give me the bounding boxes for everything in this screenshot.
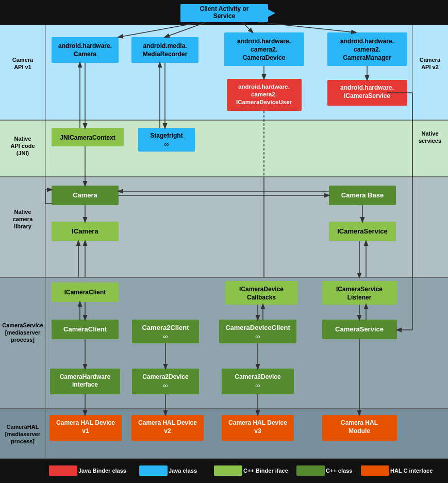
node-jnicameracontext: JNICameraContext: [60, 134, 115, 141]
svg-text:∞: ∞: [255, 381, 260, 389]
node-icamera: ICamera: [72, 227, 98, 235]
svg-text:process]: process]: [11, 438, 35, 444]
node-camera-hal-v1: Camera HAL Device: [56, 419, 115, 426]
svg-text:MediaRecorder: MediaRecorder: [143, 51, 188, 58]
svg-text:Interface: Interface: [72, 381, 98, 388]
node-icameraservice-cpp: ICameraService: [337, 227, 388, 235]
architecture-diagram: Camera API v1 Native API code (JNI) Nati…: [0, 0, 448, 483]
node-camera-hal-v3: Camera HAL Device: [228, 419, 287, 426]
svg-rect-120: [296, 465, 325, 476]
svg-text:ICameraDeviceUser: ICameraDeviceUser: [236, 99, 292, 105]
svg-text:Callbacks: Callbacks: [247, 294, 276, 301]
legend-java-binder: Java Binder class: [78, 468, 126, 474]
svg-text:∞: ∞: [163, 332, 168, 340]
svg-rect-28: [52, 37, 119, 63]
svg-text:v3: v3: [254, 427, 261, 435]
layer-label-api-v1: Camera: [12, 57, 34, 63]
node-android-hardware-camera: android.hardware.: [58, 42, 112, 49]
node-icameraservice-java: android.hardware.: [340, 84, 394, 91]
legend-java-class: Java class: [169, 468, 197, 474]
node-camera-hal-module: Camera HAL: [341, 419, 378, 426]
svg-text:Listener: Listener: [347, 294, 372, 301]
node-icameradevicecallbacks: ICameraDevice: [239, 286, 284, 293]
svg-text:ICameraService: ICameraService: [344, 92, 390, 99]
node-icameradeviceuser: android.hardware.: [238, 84, 290, 90]
client-box: Client Activity or: [200, 5, 249, 12]
node-android-media-mediarecorder: android.media.: [143, 42, 187, 49]
node-camera2device: Camera2Device: [142, 373, 189, 380]
node-camera-base: Camera Base: [341, 191, 384, 199]
svg-text:camera2.: camera2.: [251, 46, 277, 53]
svg-text:[mediaserver: [mediaserver: [5, 431, 41, 437]
svg-rect-30: [131, 37, 198, 63]
node-cameradeviceclient: CameraDeviceClient: [225, 324, 290, 331]
node-cameraclient: CameraClient: [63, 325, 107, 333]
svg-text:library: library: [14, 223, 32, 229]
svg-text:camera: camera: [13, 216, 33, 222]
svg-text:∞: ∞: [164, 140, 169, 148]
svg-text:Camera: Camera: [74, 51, 96, 58]
svg-rect-44: [138, 128, 195, 152]
svg-rect-118: [139, 465, 168, 476]
legend-hal-c: HAL C interface: [390, 468, 433, 474]
svg-text:v1: v1: [82, 427, 89, 435]
legend-cpp-class: C++ class: [326, 468, 352, 474]
node-camera-hal-v2: Camera HAL Device: [138, 419, 197, 426]
node-cameramanager: android.hardware.: [340, 38, 394, 45]
node-camerahardwareinterface: CameraHardware: [60, 373, 111, 380]
layer-label-native-lib: Native: [14, 209, 31, 215]
svg-text:API code: API code: [10, 143, 35, 149]
layer-label-native-api: Native: [14, 136, 31, 142]
svg-rect-53: [322, 281, 397, 305]
svg-text:CameraDevice: CameraDevice: [243, 54, 286, 61]
node-cameraservice: CameraService: [335, 325, 384, 333]
svg-text:CameraManager: CameraManager: [343, 54, 391, 61]
legend-cpp-binder: C++ Binder iface: [243, 468, 288, 474]
layer-label-camera-hal: CameraHAL: [7, 424, 39, 430]
node-camera2client: Camera2Client: [142, 324, 189, 331]
svg-text:v2: v2: [164, 427, 171, 435]
diagram-container: Camera API v1 Native API code (JNI) Nati…: [0, 0, 448, 483]
svg-text:[mediaserver: [mediaserver: [5, 329, 41, 336]
layer-label-camera-service: CameraService: [2, 322, 43, 328]
layer-label-native-services: Native: [421, 130, 438, 137]
svg-text:Module: Module: [349, 427, 370, 435]
node-cameradevice: android.hardware.: [237, 38, 291, 45]
svg-rect-117: [49, 465, 77, 476]
svg-text:Service: Service: [213, 12, 236, 20]
svg-text:API v2: API v2: [421, 64, 439, 70]
svg-text:camera2.: camera2.: [251, 91, 277, 97]
svg-text:∞: ∞: [163, 381, 168, 389]
svg-text:(JNI): (JNI): [16, 150, 29, 156]
node-stagefright: Stagefright: [150, 132, 182, 139]
node-camera: Camera: [73, 191, 97, 199]
node-icameraservicelistener: ICameraService: [336, 286, 383, 293]
svg-rect-51: [225, 281, 297, 305]
svg-text:API v1: API v1: [14, 64, 31, 70]
svg-text:services: services: [419, 138, 441, 144]
svg-text:∞: ∞: [255, 332, 260, 340]
layer-label-api-v2: Camera: [420, 57, 441, 63]
node-camera3device: Camera3Device: [235, 373, 281, 380]
node-icameraclient: ICameraClient: [64, 289, 106, 296]
svg-text:process]: process]: [11, 337, 35, 343]
svg-rect-121: [361, 465, 389, 476]
svg-text:camera2.: camera2.: [354, 46, 380, 53]
svg-rect-119: [214, 465, 242, 476]
